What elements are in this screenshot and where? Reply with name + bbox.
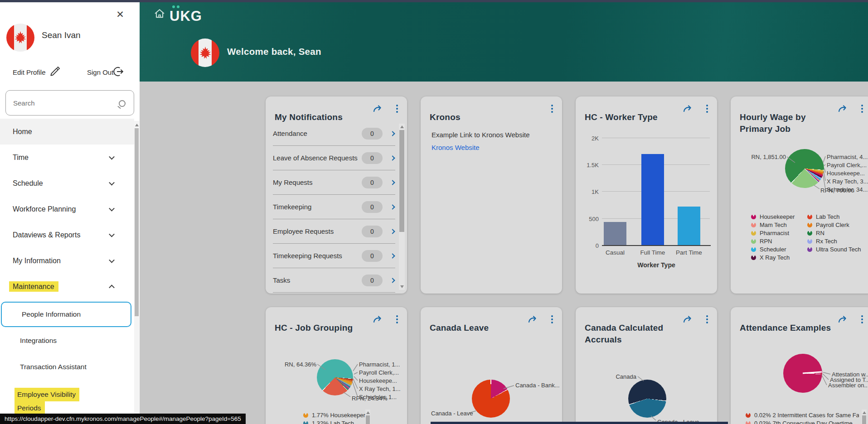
legend-item[interactable]: RPN [751,238,772,245]
close-icon[interactable]: ✕ [113,8,127,21]
sidebar-scrollbar[interactable] [134,121,139,424]
open-arrow-icon[interactable] [528,314,538,324]
list-item-timekeeping[interactable]: Timekeeping 0 [273,195,395,219]
kebab-menu-icon[interactable] [393,314,401,324]
sidebar-item-my-information[interactable]: My Information [0,248,134,274]
legend-item[interactable]: Ultra Sound Tech [807,246,861,253]
pie-callout: X Ray Tech, 1... [359,385,401,392]
open-arrow-icon[interactable] [683,104,693,114]
kebab-menu-icon[interactable] [858,104,866,114]
chevron-down-icon [109,257,115,263]
sidebar-item-dataviews-reports[interactable]: Dataviews & Reports [0,222,134,248]
open-arrow-icon[interactable] [373,314,383,324]
pie-slice-icon [807,247,812,252]
list-item-employee-requests[interactable]: Employee Requests 0 [273,219,395,244]
legend-item[interactable]: RN [807,230,824,236]
legend-item[interactable]: Pharmacist [751,230,789,236]
bar-full-time[interactable] [641,154,664,245]
maple-leaf-icon [13,30,28,45]
sidebar-item-label-highlighted: Maintenance [9,281,58,292]
sign-out-icon[interactable] [112,66,124,77]
legend-item[interactable]: Scheduler [751,246,786,253]
pie-slice-icon [751,231,756,236]
kebab-menu-icon[interactable] [548,104,556,114]
kebab-menu-icon[interactable] [858,314,866,324]
pie-slice-icon [807,222,812,227]
legend-item[interactable]: 1.32% Lab Tech [303,420,354,424]
list-item-timekeeping-requests[interactable]: Timekeeping Requests 0 [273,244,395,268]
legend-item[interactable]: 0.02% 7th Consecutive Day Overtime [746,420,859,424]
list-item-leave-of-absence-requests[interactable]: Leave of Absence Requests 0 [273,146,395,170]
search-input[interactable] [5,90,134,116]
sidebar: ✕ Sean Ivan Edit Profile Sign Out Home T… [0,2,140,424]
legend-scrollbar[interactable] [862,410,867,424]
legend-item[interactable]: Lab Tech [807,213,840,220]
scroll-down-icon[interactable] [400,285,404,288]
pie-slice-icon [303,421,308,424]
open-arrow-icon[interactable] [838,314,849,324]
legend-item[interactable]: Payroll Clerk [807,222,849,228]
sidebar-item-employee-visibility-periods[interactable]: Employee Visibility Periods [17,388,79,415]
tile-scrollbar[interactable] [399,124,405,290]
kebab-menu-icon[interactable] [393,104,401,114]
legend-scrollbar[interactable] [365,410,370,424]
scroll-up-icon[interactable] [863,411,866,414]
scroll-up-icon[interactable] [366,411,370,414]
open-arrow-icon[interactable] [683,314,693,324]
legend-item[interactable]: Mam Tech [751,222,787,228]
bar-part-time[interactable] [678,207,700,245]
legend-item[interactable]: Rx Tech [807,238,837,245]
user-name: Sean Ivan [42,30,81,40]
home-icon[interactable] [153,7,166,20]
scrollbar-thumb[interactable] [399,130,404,232]
kebab-menu-icon[interactable] [548,314,556,324]
sidebar-item-time[interactable]: Time [0,145,134,170]
sign-out-button[interactable]: Sign Out [87,68,113,76]
bar-casual[interactable] [604,222,626,245]
pie-callout: RPN, 700.00 [820,187,854,194]
item-label: My Requests [273,178,362,186]
sidebar-item-home[interactable]: Home [0,119,134,145]
pie-slice-icon [807,239,812,244]
kebab-menu-icon[interactable] [703,104,711,114]
open-arrow-icon[interactable] [838,104,849,114]
sidebar-item-schedule[interactable]: Schedule [0,170,134,196]
scrollbar-thumb[interactable] [135,128,139,316]
kebab-menu-icon[interactable] [703,314,711,324]
sidebar-item-label: Transaction Assistant [20,363,87,371]
sidebar-item-integrations[interactable]: Integrations [0,328,134,353]
legend-item[interactable]: 0.02% 2 Intermittent Cases for Same Fami… [746,412,859,419]
tile-title: Hourly Wage by Primary Job [740,111,836,135]
pie-callout: Payroll Clerk,... [827,162,867,169]
sidebar-item-transaction-assistant[interactable]: Transaction Assistant [0,354,134,380]
pencil-icon[interactable] [49,66,61,77]
scrollbar-thumb[interactable] [862,415,866,424]
sidebar-item-people-information[interactable]: People Information [1,302,131,327]
sidebar-item-label: People Information [22,310,81,318]
pie-callout: RPN, 24.34% [352,395,388,402]
kronos-website-link[interactable]: Kronos Website [432,144,480,151]
x-tick: Full Time [632,249,673,256]
scroll-up-icon[interactable] [135,124,139,126]
sidebar-item-maintenance[interactable]: Maintenance [0,274,134,299]
notification-list: Attendance 0 Leave of Absence Requests 0… [273,121,395,293]
legend-item[interactable]: Housekeeper [751,213,795,220]
tile-title: Attendance Examples [740,322,836,334]
legend-item[interactable]: 1.77% Housekeeper [303,412,365,419]
pie-slice-icon [751,214,756,219]
scrollbar-thumb[interactable] [366,415,370,424]
list-item-tasks[interactable]: Tasks 0 [273,268,395,293]
scroll-up-icon[interactable] [400,125,404,128]
search-icon [119,100,126,107]
open-arrow-icon[interactable] [373,104,383,114]
chevron-right-icon [390,278,395,283]
item-label: Timekeeping Requests [273,252,362,260]
list-item-attendance[interactable]: Attendance 0 [273,121,395,146]
list-item-my-requests[interactable]: My Requests 0 [273,170,395,195]
count-badge: 0 [362,201,383,213]
sidebar-item-label: Schedule [13,179,43,188]
legend-item[interactable]: X Ray Tech [751,254,790,261]
sidebar-item-workforce-planning[interactable]: Workforce Planning [0,196,134,222]
item-label: Timekeeping [273,203,362,211]
edit-profile-button[interactable]: Edit Profile [13,68,46,76]
